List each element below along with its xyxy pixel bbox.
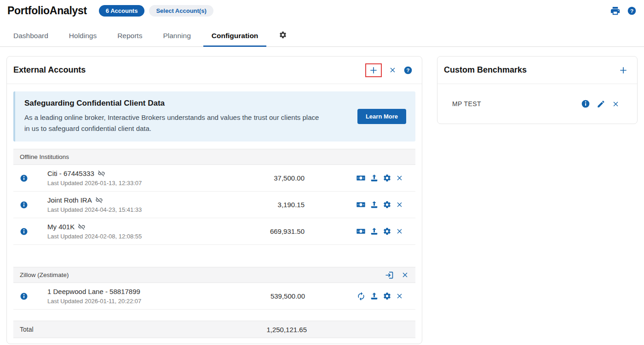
account-last-updated: Last Updated 2024-02-08, 12:08:55: [47, 233, 142, 240]
total-label: Total: [20, 326, 34, 333]
account-name: 1 Deepwood Lane - 58817899: [47, 288, 140, 295]
app-title: PortfolioAnalyst: [7, 5, 87, 17]
account-value: 37,500.00: [274, 174, 305, 182]
upload-icon[interactable]: [370, 174, 379, 182]
custom-benchmarks-panel: Custom Benchmarks MP TEST: [437, 56, 638, 124]
unlink-icon: [95, 196, 103, 204]
account-value: 539,500.00: [270, 292, 305, 300]
close-icon[interactable]: [396, 227, 403, 235]
total-row: Total 1,250,121.65: [13, 321, 415, 338]
banner-body: As a leading online broker, Interactive …: [24, 112, 326, 134]
cash-icon[interactable]: [356, 173, 366, 183]
section-label: Zillow (Zestimate): [20, 271, 69, 278]
close-icon[interactable]: [396, 292, 403, 300]
tab-configuration[interactable]: Configuration: [211, 27, 259, 46]
account-last-updated: Last Updated 2026-01-13, 12:33:07: [47, 180, 142, 187]
section-label: Offline Institutions: [20, 153, 69, 160]
info-icon[interactable]: [20, 201, 28, 209]
section-offline-institutions: Offline Institutions: [13, 149, 415, 165]
unlink-icon: [98, 170, 105, 177]
printer-icon[interactable]: [610, 6, 621, 16]
learn-more-button[interactable]: Learn More: [357, 109, 406, 124]
account-row-deepwood-lane: 1 Deepwood Lane - 58817899 Last Updated …: [13, 283, 415, 310]
close-icon[interactable]: [396, 174, 403, 182]
benchmark-row-mp-test: MP TEST: [437, 84, 637, 124]
account-last-updated: Last Updated 2024-04-23, 15:41:33: [47, 206, 142, 213]
banner-title: Safeguarding Confidential Client Data: [24, 99, 326, 108]
add-account-highlight-box: [365, 63, 382, 77]
account-row-my-401k: My 401K Last Updated 2024-02-08, 12:08:5…: [13, 218, 415, 245]
login-icon[interactable]: [385, 271, 394, 280]
tab-holdings[interactable]: Holdings: [68, 27, 98, 46]
account-row-joint-roth-ira: Joint Roth IRA Last Updated 2024-04-23, …: [13, 192, 415, 218]
help-icon[interactable]: [627, 6, 637, 16]
account-name: Citi - 67445333: [47, 170, 94, 177]
add-benchmark-icon[interactable]: [619, 66, 628, 75]
info-icon[interactable]: [581, 99, 590, 108]
add-account-icon[interactable]: [369, 66, 378, 75]
account-last-updated: Last Updated 2026-01-11, 20:22:07: [47, 298, 141, 305]
close-icon[interactable]: [396, 201, 403, 209]
cash-icon[interactable]: [356, 200, 366, 209]
main-nav: Dashboard Holdings Reports Planning Conf…: [0, 27, 644, 47]
account-value: 669,931.50: [270, 227, 305, 235]
close-icon[interactable]: [401, 271, 409, 279]
info-icon[interactable]: [20, 227, 28, 236]
select-accounts-button[interactable]: Select Account(s): [149, 5, 213, 17]
upload-icon[interactable]: [370, 200, 379, 209]
accounts-count-badge: 6 Accounts: [99, 5, 145, 17]
settings-icon[interactable]: [383, 174, 391, 182]
total-value: 1,250,121.65: [266, 326, 307, 334]
info-icon[interactable]: [20, 174, 28, 182]
account-row-citi: Citi - 67445333 Last Updated 2026-01-13,…: [13, 165, 415, 192]
top-bar: PortfolioAnalyst 6 Accounts Select Accou…: [0, 0, 644, 17]
close-icon[interactable]: [389, 66, 397, 74]
nav-settings-gear-icon[interactable]: [279, 31, 287, 39]
settings-icon[interactable]: [383, 292, 391, 300]
cash-icon[interactable]: [356, 226, 366, 236]
confidential-data-banner: Safeguarding Confidential Client Data As…: [13, 91, 415, 141]
section-help-icon[interactable]: [403, 66, 413, 75]
settings-icon[interactable]: [383, 200, 391, 209]
upload-icon[interactable]: [370, 292, 379, 300]
account-value: 3,190.15: [278, 201, 305, 209]
account-name: Joint Roth IRA: [47, 196, 92, 204]
refresh-icon[interactable]: [356, 292, 366, 301]
benchmark-name: MP TEST: [452, 100, 481, 107]
custom-benchmarks-title: Custom Benchmarks: [444, 65, 527, 75]
upload-icon[interactable]: [370, 227, 379, 236]
tab-planning[interactable]: Planning: [162, 27, 191, 46]
edit-icon[interactable]: [597, 100, 605, 108]
tab-dashboard[interactable]: Dashboard: [12, 27, 49, 46]
tab-reports[interactable]: Reports: [116, 27, 143, 46]
close-icon[interactable]: [612, 100, 620, 108]
settings-icon[interactable]: [383, 227, 391, 236]
account-name: My 401K: [47, 223, 75, 231]
unlink-icon: [78, 223, 86, 231]
external-accounts-panel: External Accounts Safeguarding Confident…: [6, 56, 422, 344]
external-accounts-title: External Accounts: [13, 65, 86, 75]
section-zillow: Zillow (Zestimate): [13, 267, 415, 283]
info-icon[interactable]: [20, 292, 28, 300]
